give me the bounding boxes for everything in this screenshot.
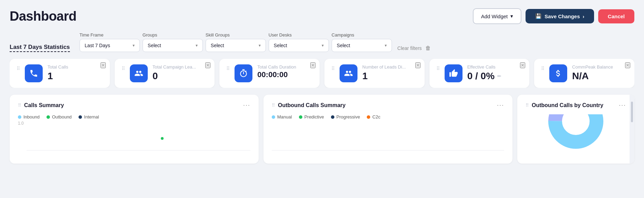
header-actions: Add Widget ▾ 💾 Save Changes › Cancel (473, 8, 634, 24)
inbound-label: Inbound (23, 114, 40, 119)
calls-summary-header: ⠿ Calls Summary ··· (18, 102, 250, 109)
commpeak-balance-value: N/A (572, 70, 613, 82)
predictive-label: Predictive (304, 114, 324, 119)
groups-value: Select (148, 43, 161, 48)
close-number-of-leads-button[interactable]: ✕ (415, 62, 420, 68)
effective-calls-label: Effective Calls (467, 64, 501, 70)
effective-calls-value: 0 / 0% (467, 70, 495, 82)
progressive-label: Progressive (336, 114, 360, 119)
chart-drag-handle-icon: ⠿ (526, 103, 529, 108)
calls-summary-title-row: ⠿ Calls Summary (18, 102, 64, 108)
total-calls-label: Total Calls (48, 64, 68, 70)
groups-select[interactable]: Select ▾ (143, 39, 203, 52)
calls-summary-menu-button[interactable]: ··· (243, 102, 250, 109)
stat-card-effective-calls: ⠿ ✕ Effective Calls 0 / 0% ✏ (429, 59, 530, 88)
skill-groups-value: Select (211, 43, 224, 48)
outbound-summary-menu-button[interactable]: ··· (497, 102, 504, 109)
pie-chart-area (526, 114, 626, 149)
groups-label: Groups (143, 32, 203, 38)
skill-groups-select[interactable]: Select ▾ (206, 39, 266, 52)
skill-groups-filter: Skill Groups Select ▾ (206, 32, 266, 52)
clear-filters-button[interactable]: Clear filters (397, 45, 422, 51)
total-calls-value: 1 (48, 70, 68, 82)
outbound-country-header: ⠿ Outbound Calls by Country ··· (526, 102, 626, 109)
stat-card-total-campaign-leads: ⠿ ✕ Total Campaign Lea... 0 (115, 59, 215, 88)
total-calls-icon-wrap (25, 64, 43, 82)
outbound-country-menu-button[interactable]: ··· (619, 102, 626, 109)
leads-icon (344, 69, 353, 78)
thumbsup-icon (449, 69, 458, 78)
legend-item-predictive: Predictive (299, 114, 324, 119)
drag-handle-icon: ⠿ (17, 66, 20, 71)
stat-card-number-of-leads: ⠿ ✕ Number of Leads Di... 1 (324, 59, 425, 88)
save-icon: 💾 (535, 13, 542, 19)
filter-section: Last 7 Days Statistics Time Frame Last 7… (10, 32, 634, 52)
skill-groups-chevron-icon: ▾ (259, 43, 261, 48)
scroll-bar (630, 95, 634, 164)
calls-summary-panel: ⠿ Calls Summary ··· Inbound Outbound Int… (10, 95, 259, 164)
campaign-leads-value: 0 (153, 70, 196, 82)
inbound-dot (18, 115, 21, 119)
users-icon (134, 69, 143, 78)
user-desks-value: Select (274, 43, 287, 48)
add-widget-button[interactable]: Add Widget ▾ (473, 8, 522, 24)
save-changes-button[interactable]: 💾 Save Changes › (526, 9, 594, 23)
user-desks-label: User Desks (269, 32, 329, 38)
outbound-dot (46, 115, 50, 119)
add-widget-label: Add Widget (481, 13, 508, 19)
phone-icon (29, 69, 38, 78)
number-of-leads-icon-wrap (340, 64, 357, 82)
close-total-calls-button[interactable]: ✕ (101, 62, 106, 68)
stat-card-commpeak-balance: ⠿ ✕ CommPeak Balance N/A (534, 59, 634, 88)
predictive-dot (299, 115, 302, 119)
main-container: Dashboard Add Widget ▾ 💾 Save Changes › … (0, 0, 644, 172)
edit-icon[interactable]: ✏ (497, 73, 501, 79)
internal-dot (79, 115, 82, 119)
outbound-data-point (161, 137, 164, 140)
user-desks-select[interactable]: Select ▾ (269, 39, 329, 52)
skill-groups-label: Skill Groups (206, 32, 266, 38)
trash-icon[interactable]: 🗑 (425, 45, 431, 51)
commpeak-balance-icon-wrap (549, 64, 567, 82)
stat-card-total-calls-duration: ⠿ ✕ Total Calls Duration 00:00:00 (219, 59, 320, 88)
campaign-leads-label: Total Campaign Lea... (153, 64, 196, 70)
campaign-leads-content: Total Campaign Lea... 0 (153, 64, 196, 82)
close-commpeak-balance-button[interactable]: ✕ (625, 62, 630, 68)
number-of-leads-content: Number of Leads Di... 1 (362, 64, 406, 82)
save-changes-label: Save Changes (544, 13, 580, 19)
charts-row: ⠿ Calls Summary ··· Inbound Outbound Int… (10, 95, 634, 164)
outbound-chart-lines-area (272, 123, 504, 150)
commpeak-balance-label: CommPeak Balance (572, 64, 613, 70)
legend-item-progressive: Progressive (331, 114, 360, 119)
calls-summary-legend: Inbound Outbound Internal (18, 114, 250, 119)
pie-chart-svg (548, 114, 603, 149)
cancel-button[interactable]: Cancel (598, 9, 634, 23)
outbound-calls-summary-panel: ⠿ Outbound Calls Summary ··· Manual Pred… (263, 95, 512, 164)
drag-handle-icon: ⠿ (226, 66, 230, 71)
drag-handle-icon: ⠿ (122, 66, 125, 71)
time-frame-select[interactable]: Last 7 Days ▾ (80, 39, 140, 52)
close-campaign-leads-button[interactable]: ✕ (205, 62, 210, 68)
manual-dot (272, 115, 275, 119)
chart-lines-area (27, 123, 250, 150)
campaigns-filter: Campaigns Select ▾ (332, 32, 392, 52)
legend-item-c2c: C2c (367, 114, 380, 119)
outbound-country-title: Outbound Calls by Country (532, 102, 603, 108)
groups-chevron-icon: ▾ (196, 43, 198, 48)
outbound-summary-title-row: ⠿ Outbound Calls Summary (272, 102, 345, 108)
chart-drag-handle-icon: ⠿ (272, 103, 275, 108)
widgets-row: ⠿ ✕ Total Calls 1 ⠿ ✕ Total Campaig (10, 59, 634, 88)
drag-handle-icon: ⠿ (331, 66, 335, 71)
campaign-leads-icon-wrap (130, 64, 148, 82)
close-calls-duration-button[interactable]: ✕ (310, 62, 315, 68)
clear-filters-group: Clear filters 🗑 (397, 45, 431, 52)
c2c-label: C2c (372, 114, 380, 119)
campaigns-select[interactable]: Select ▾ (332, 39, 392, 52)
calls-duration-label: Total Calls Duration (257, 64, 296, 70)
chart-drag-handle-icon: ⠿ (18, 103, 21, 108)
commpeak-balance-content: CommPeak Balance N/A (572, 64, 613, 82)
page-title: Dashboard (10, 9, 76, 24)
legend-item-outbound: Outbound (46, 114, 72, 119)
close-effective-calls-button[interactable]: ✕ (520, 62, 525, 68)
stat-card-total-calls: ⠿ ✕ Total Calls 1 (10, 59, 110, 88)
